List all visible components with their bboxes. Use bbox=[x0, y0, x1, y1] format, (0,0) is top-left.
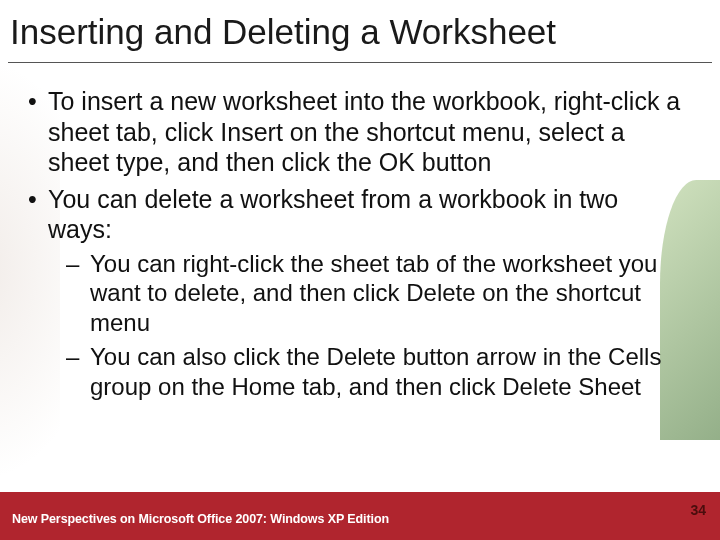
sub-bullet-item: You can right-click the sheet tab of the… bbox=[62, 249, 688, 338]
sub-bullet-item: You can also click the Delete button arr… bbox=[62, 342, 688, 402]
page-number: 34 bbox=[690, 502, 706, 518]
slide-body: To insert a new worksheet into the workb… bbox=[24, 86, 688, 407]
slide-title: Inserting and Deleting a Worksheet bbox=[10, 12, 710, 66]
footer-text: New Perspectives on Microsoft Office 200… bbox=[12, 512, 389, 526]
bullet-item: To insert a new worksheet into the workb… bbox=[24, 86, 688, 178]
sub-bullet-text: You can right-click the sheet tab of the… bbox=[90, 250, 657, 337]
bullet-text: You can delete a worksheet from a workbo… bbox=[48, 185, 618, 244]
bullet-item: You can delete a worksheet from a workbo… bbox=[24, 184, 688, 402]
footer-bar: New Perspectives on Microsoft Office 200… bbox=[0, 492, 720, 540]
bullet-list: To insert a new worksheet into the workb… bbox=[24, 86, 688, 401]
sub-bullet-list: You can right-click the sheet tab of the… bbox=[48, 249, 688, 402]
sub-bullet-text: You can also click the Delete button arr… bbox=[90, 343, 661, 400]
title-underline bbox=[8, 62, 712, 63]
bullet-text: To insert a new worksheet into the workb… bbox=[48, 87, 680, 176]
slide: Inserting and Deleting a Worksheet To in… bbox=[0, 0, 720, 540]
